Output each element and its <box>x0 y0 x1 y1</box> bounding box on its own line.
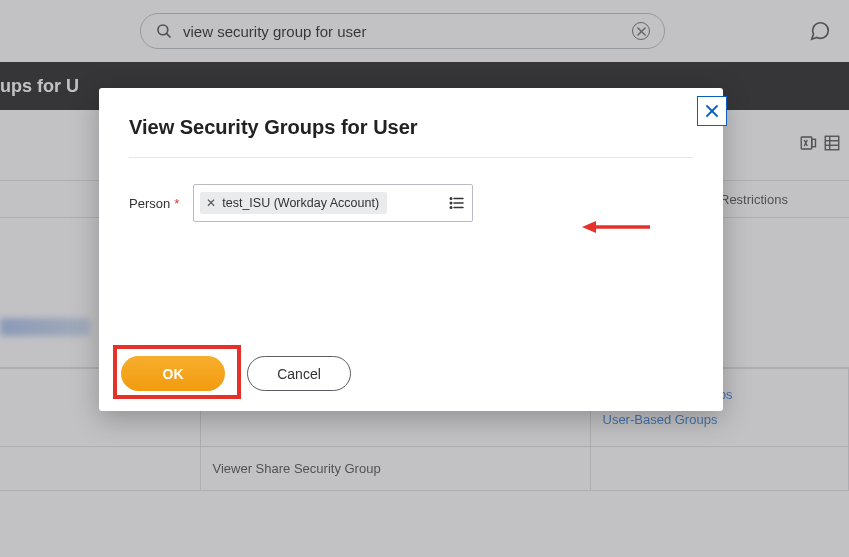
ok-button[interactable]: OK <box>121 356 225 391</box>
required-asterisk: * <box>174 196 179 211</box>
svg-point-14 <box>451 202 453 204</box>
annotation-arrow-icon <box>582 220 652 234</box>
modal-title: View Security Groups for User <box>129 116 693 158</box>
close-icon <box>705 104 719 118</box>
person-chip-label: test_ISU (Workday Account) <box>222 196 379 210</box>
cancel-button[interactable]: Cancel <box>247 356 351 391</box>
list-picker-icon[interactable] <box>448 194 466 212</box>
modal-actions: OK Cancel <box>121 356 351 391</box>
person-label-text: Person <box>129 196 170 211</box>
view-security-groups-modal: View Security Groups for User Person* ✕ … <box>99 88 723 411</box>
close-modal-button[interactable] <box>697 96 727 126</box>
person-label: Person* <box>129 196 179 211</box>
svg-point-15 <box>451 207 453 209</box>
svg-marker-17 <box>582 221 596 233</box>
remove-chip-icon[interactable]: ✕ <box>206 196 216 210</box>
person-field-row: Person* ✕ test_ISU (Workday Account) <box>129 184 693 222</box>
person-input[interactable]: ✕ test_ISU (Workday Account) <box>193 184 473 222</box>
svg-point-13 <box>451 198 453 200</box>
person-chip: ✕ test_ISU (Workday Account) <box>200 192 387 214</box>
